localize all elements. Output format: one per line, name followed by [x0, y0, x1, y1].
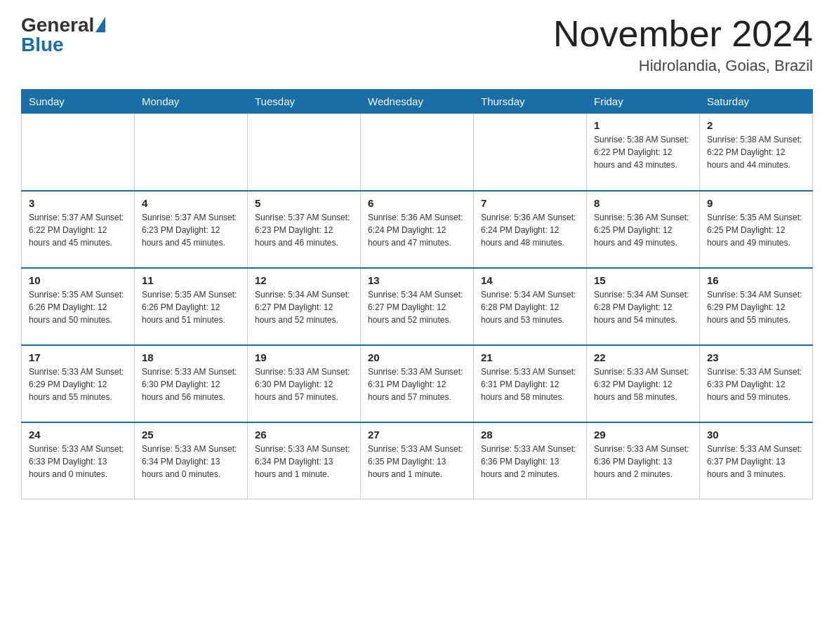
day-number: 7	[481, 197, 579, 209]
location-text: Hidrolandia, Goias, Brazil	[553, 57, 813, 75]
weekday-header-thursday: Thursday	[474, 90, 587, 114]
day-number: 22	[594, 351, 692, 363]
calendar-cell: 13Sunrise: 5:34 AM Sunset: 6:27 PM Dayli…	[361, 268, 474, 345]
day-info: Sunrise: 5:33 AM Sunset: 6:33 PM Dayligh…	[29, 443, 127, 481]
day-number: 2	[707, 119, 805, 131]
weekday-header-tuesday: Tuesday	[248, 90, 361, 114]
calendar-cell: 27Sunrise: 5:33 AM Sunset: 6:35 PM Dayli…	[361, 422, 474, 499]
day-number: 8	[594, 197, 692, 209]
week-row-2: 3Sunrise: 5:37 AM Sunset: 6:22 PM Daylig…	[22, 191, 813, 268]
calendar-cell	[248, 114, 361, 191]
day-info: Sunrise: 5:34 AM Sunset: 6:29 PM Dayligh…	[707, 288, 805, 326]
calendar-cell: 8Sunrise: 5:36 AM Sunset: 6:25 PM Daylig…	[587, 191, 700, 268]
day-number: 3	[29, 197, 127, 209]
day-number: 10	[29, 274, 127, 286]
day-info: Sunrise: 5:35 AM Sunset: 6:26 PM Dayligh…	[29, 288, 127, 326]
day-number: 29	[594, 429, 692, 441]
day-info: Sunrise: 5:33 AM Sunset: 6:36 PM Dayligh…	[481, 443, 579, 481]
day-number: 18	[142, 351, 240, 363]
week-row-1: 1Sunrise: 5:38 AM Sunset: 6:22 PM Daylig…	[22, 114, 813, 191]
day-info: Sunrise: 5:33 AM Sunset: 6:35 PM Dayligh…	[368, 443, 466, 481]
week-row-4: 17Sunrise: 5:33 AM Sunset: 6:29 PM Dayli…	[22, 345, 813, 422]
day-number: 1	[594, 119, 692, 131]
calendar-cell: 17Sunrise: 5:33 AM Sunset: 6:29 PM Dayli…	[22, 345, 135, 422]
logo: General Blue	[21, 14, 105, 56]
day-info: Sunrise: 5:38 AM Sunset: 6:22 PM Dayligh…	[707, 133, 805, 171]
calendar-cell: 10Sunrise: 5:35 AM Sunset: 6:26 PM Dayli…	[22, 268, 135, 345]
day-number: 9	[707, 197, 805, 209]
calendar-cell: 5Sunrise: 5:37 AM Sunset: 6:23 PM Daylig…	[248, 191, 361, 268]
day-info: Sunrise: 5:33 AM Sunset: 6:36 PM Dayligh…	[594, 443, 692, 481]
calendar-cell	[474, 114, 587, 191]
day-number: 20	[368, 351, 466, 363]
day-number: 24	[29, 429, 127, 441]
day-number: 11	[142, 274, 240, 286]
day-info: Sunrise: 5:33 AM Sunset: 6:30 PM Dayligh…	[255, 365, 353, 403]
day-number: 27	[368, 429, 466, 441]
day-info: Sunrise: 5:33 AM Sunset: 6:34 PM Dayligh…	[255, 443, 353, 481]
calendar-cell: 16Sunrise: 5:34 AM Sunset: 6:29 PM Dayli…	[700, 268, 813, 345]
day-info: Sunrise: 5:34 AM Sunset: 6:28 PM Dayligh…	[481, 288, 579, 326]
day-number: 16	[707, 274, 805, 286]
weekday-header-wednesday: Wednesday	[361, 90, 474, 114]
weekday-header-sunday: Sunday	[22, 90, 135, 114]
calendar-cell: 4Sunrise: 5:37 AM Sunset: 6:23 PM Daylig…	[135, 191, 248, 268]
day-number: 30	[707, 429, 805, 441]
day-number: 12	[255, 274, 353, 286]
calendar-cell: 15Sunrise: 5:34 AM Sunset: 6:28 PM Dayli…	[587, 268, 700, 345]
day-info: Sunrise: 5:33 AM Sunset: 6:34 PM Dayligh…	[142, 443, 240, 481]
day-number: 28	[481, 429, 579, 441]
weekday-header-monday: Monday	[135, 90, 248, 114]
day-number: 4	[142, 197, 240, 209]
page-header: General Blue November 2024 Hidrolandia, …	[21, 14, 813, 75]
calendar-cell: 12Sunrise: 5:34 AM Sunset: 6:27 PM Dayli…	[248, 268, 361, 345]
title-block: November 2024 Hidrolandia, Goias, Brazil	[553, 14, 813, 75]
day-number: 15	[594, 274, 692, 286]
calendar-cell: 3Sunrise: 5:37 AM Sunset: 6:22 PM Daylig…	[22, 191, 135, 268]
day-info: Sunrise: 5:33 AM Sunset: 6:32 PM Dayligh…	[594, 365, 692, 403]
calendar-cell: 1Sunrise: 5:38 AM Sunset: 6:22 PM Daylig…	[587, 114, 700, 191]
calendar-cell: 7Sunrise: 5:36 AM Sunset: 6:24 PM Daylig…	[474, 191, 587, 268]
calendar-cell	[135, 114, 248, 191]
calendar-cell: 21Sunrise: 5:33 AM Sunset: 6:31 PM Dayli…	[474, 345, 587, 422]
calendar-cell: 23Sunrise: 5:33 AM Sunset: 6:33 PM Dayli…	[700, 345, 813, 422]
day-info: Sunrise: 5:38 AM Sunset: 6:22 PM Dayligh…	[594, 133, 692, 171]
week-row-3: 10Sunrise: 5:35 AM Sunset: 6:26 PM Dayli…	[22, 268, 813, 345]
calendar-cell: 11Sunrise: 5:35 AM Sunset: 6:26 PM Dayli…	[135, 268, 248, 345]
weekday-header-friday: Friday	[587, 90, 700, 114]
day-info: Sunrise: 5:37 AM Sunset: 6:22 PM Dayligh…	[29, 211, 127, 249]
calendar-cell: 9Sunrise: 5:35 AM Sunset: 6:25 PM Daylig…	[700, 191, 813, 268]
day-info: Sunrise: 5:33 AM Sunset: 6:31 PM Dayligh…	[368, 365, 466, 403]
calendar-cell: 28Sunrise: 5:33 AM Sunset: 6:36 PM Dayli…	[474, 422, 587, 499]
calendar-cell	[361, 114, 474, 191]
weekday-header-saturday: Saturday	[700, 90, 813, 114]
day-info: Sunrise: 5:34 AM Sunset: 6:27 PM Dayligh…	[368, 288, 466, 326]
week-row-5: 24Sunrise: 5:33 AM Sunset: 6:33 PM Dayli…	[22, 422, 813, 499]
calendar-cell: 30Sunrise: 5:33 AM Sunset: 6:37 PM Dayli…	[700, 422, 813, 499]
day-info: Sunrise: 5:34 AM Sunset: 6:27 PM Dayligh…	[255, 288, 353, 326]
calendar-cell: 20Sunrise: 5:33 AM Sunset: 6:31 PM Dayli…	[361, 345, 474, 422]
day-info: Sunrise: 5:34 AM Sunset: 6:28 PM Dayligh…	[594, 288, 692, 326]
day-number: 25	[142, 429, 240, 441]
calendar-cell: 29Sunrise: 5:33 AM Sunset: 6:36 PM Dayli…	[587, 422, 700, 499]
day-info: Sunrise: 5:33 AM Sunset: 6:31 PM Dayligh…	[481, 365, 579, 403]
day-number: 6	[368, 197, 466, 209]
day-info: Sunrise: 5:33 AM Sunset: 6:30 PM Dayligh…	[142, 365, 240, 403]
calendar-cell: 2Sunrise: 5:38 AM Sunset: 6:22 PM Daylig…	[700, 114, 813, 191]
day-info: Sunrise: 5:36 AM Sunset: 6:25 PM Dayligh…	[594, 211, 692, 249]
day-info: Sunrise: 5:33 AM Sunset: 6:29 PM Dayligh…	[29, 365, 127, 403]
day-number: 21	[481, 351, 579, 363]
day-number: 23	[707, 351, 805, 363]
calendar-cell: 24Sunrise: 5:33 AM Sunset: 6:33 PM Dayli…	[22, 422, 135, 499]
day-number: 14	[481, 274, 579, 286]
calendar-cell: 14Sunrise: 5:34 AM Sunset: 6:28 PM Dayli…	[474, 268, 587, 345]
day-info: Sunrise: 5:35 AM Sunset: 6:26 PM Dayligh…	[142, 288, 240, 326]
calendar-cell: 19Sunrise: 5:33 AM Sunset: 6:30 PM Dayli…	[248, 345, 361, 422]
day-number: 17	[29, 351, 127, 363]
day-info: Sunrise: 5:36 AM Sunset: 6:24 PM Dayligh…	[481, 211, 579, 249]
logo-blue-text: Blue	[21, 34, 64, 56]
day-info: Sunrise: 5:35 AM Sunset: 6:25 PM Dayligh…	[707, 211, 805, 249]
day-info: Sunrise: 5:33 AM Sunset: 6:37 PM Dayligh…	[707, 443, 805, 481]
calendar-cell: 26Sunrise: 5:33 AM Sunset: 6:34 PM Dayli…	[248, 422, 361, 499]
logo-triangle-icon	[95, 17, 105, 32]
